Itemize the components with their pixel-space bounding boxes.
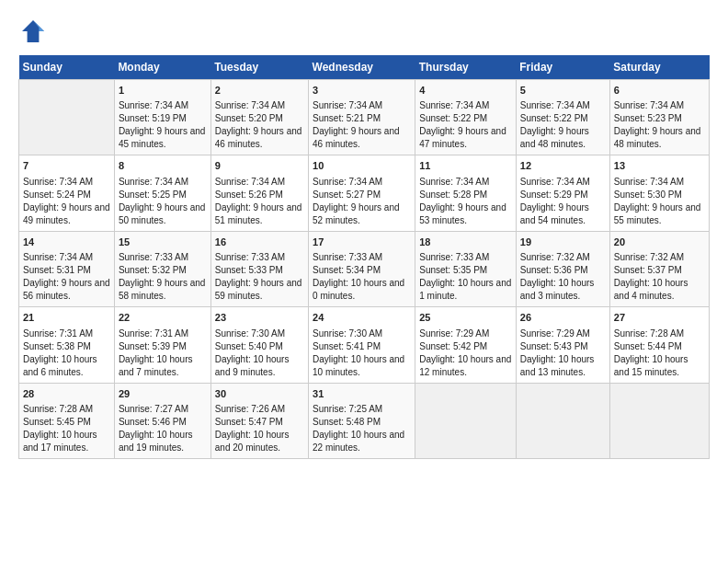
logo	[18, 17, 51, 46]
sunrise-text: Sunrise: 7:29 AM	[419, 327, 512, 340]
calendar-cell: 11Sunrise: 7:34 AMSunset: 5:28 PMDayligh…	[415, 155, 517, 231]
day-number: 29	[119, 387, 207, 401]
sunrise-text: Sunrise: 7:34 AM	[313, 99, 411, 112]
calendar-cell: 7Sunrise: 7:34 AMSunset: 5:24 PMDaylight…	[19, 155, 115, 231]
sunrise-text: Sunrise: 7:33 AM	[215, 251, 304, 264]
page-container: SundayMondayTuesdayWednesdayThursdayFrid…	[0, 0, 728, 468]
daylight-text: Daylight: 10 hours and 3 minutes.	[520, 277, 606, 303]
sunrise-text: Sunrise: 7:34 AM	[520, 176, 606, 189]
calendar-cell: 1Sunrise: 7:34 AMSunset: 5:19 PMDaylight…	[114, 80, 210, 155]
sunrise-text: Sunrise: 7:34 AM	[23, 251, 110, 264]
sunrise-text: Sunrise: 7:32 AM	[520, 251, 606, 264]
day-number: 14	[23, 236, 110, 249]
day-number: 11	[419, 159, 512, 173]
daylight-text: Daylight: 9 hours and 56 minutes.	[23, 277, 110, 303]
calendar-cell: 12Sunrise: 7:34 AMSunset: 5:29 PMDayligh…	[516, 155, 609, 231]
day-number: 2	[215, 84, 304, 98]
sunset-text: Sunset: 5:30 PM	[614, 189, 705, 201]
daylight-text: Daylight: 9 hours and 53 minutes.	[419, 201, 512, 227]
calendar-cell: 28Sunrise: 7:28 AMSunset: 5:45 PMDayligh…	[19, 383, 115, 458]
day-number: 15	[119, 236, 207, 249]
day-number: 9	[215, 159, 304, 173]
sunrise-text: Sunrise: 7:34 AM	[614, 99, 705, 112]
sunset-text: Sunset: 5:39 PM	[119, 340, 207, 353]
day-number: 30	[215, 387, 304, 401]
calendar-cell: 8Sunrise: 7:34 AMSunset: 5:25 PMDaylight…	[114, 155, 210, 231]
sunset-text: Sunset: 5:28 PM	[419, 189, 512, 201]
calendar-cell	[609, 383, 709, 458]
sunrise-text: Sunrise: 7:34 AM	[215, 176, 304, 189]
daylight-text: Daylight: 10 hours and 12 minutes.	[419, 353, 512, 379]
calendar-cell: 17Sunrise: 7:33 AMSunset: 5:34 PMDayligh…	[309, 231, 415, 306]
sunrise-text: Sunrise: 7:27 AM	[119, 403, 207, 416]
calendar-cell: 2Sunrise: 7:34 AMSunset: 5:20 PMDaylight…	[210, 80, 308, 155]
sunrise-text: Sunrise: 7:31 AM	[23, 327, 110, 340]
sunrise-text: Sunrise: 7:34 AM	[520, 99, 606, 112]
daylight-text: Daylight: 10 hours and 7 minutes.	[119, 353, 207, 379]
calendar-cell: 18Sunrise: 7:33 AMSunset: 5:35 PMDayligh…	[415, 231, 517, 306]
day-number: 27	[614, 311, 705, 325]
day-number: 22	[119, 311, 207, 325]
sunset-text: Sunset: 5:46 PM	[119, 416, 207, 429]
sunset-text: Sunset: 5:35 PM	[419, 264, 512, 277]
sunset-text: Sunset: 5:40 PM	[215, 340, 304, 353]
sunset-text: Sunset: 5:22 PM	[419, 112, 512, 125]
calendar-cell: 16Sunrise: 7:33 AMSunset: 5:33 PMDayligh…	[210, 231, 308, 306]
daylight-text: Daylight: 10 hours and 4 minutes.	[614, 277, 705, 303]
day-number: 8	[119, 159, 207, 173]
weekday-header: Friday	[516, 55, 609, 80]
calendar-cell: 30Sunrise: 7:26 AMSunset: 5:47 PMDayligh…	[210, 383, 308, 458]
daylight-text: Daylight: 10 hours and 10 minutes.	[313, 353, 411, 379]
sunset-text: Sunset: 5:26 PM	[215, 189, 304, 201]
sunrise-text: Sunrise: 7:30 AM	[215, 327, 304, 340]
sunrise-text: Sunrise: 7:34 AM	[119, 99, 207, 112]
day-number: 31	[313, 387, 411, 401]
sunset-text: Sunset: 5:34 PM	[313, 264, 411, 277]
day-number: 4	[419, 84, 512, 98]
calendar-cell: 25Sunrise: 7:29 AMSunset: 5:42 PMDayligh…	[415, 307, 517, 383]
daylight-text: Daylight: 9 hours and 47 minutes.	[419, 125, 512, 151]
weekday-header: Sunday	[19, 55, 115, 80]
sunrise-text: Sunrise: 7:28 AM	[614, 327, 705, 340]
daylight-text: Daylight: 10 hours and 0 minutes.	[313, 277, 411, 303]
daylight-text: Daylight: 10 hours and 17 minutes.	[23, 429, 110, 454]
sunset-text: Sunset: 5:31 PM	[23, 264, 110, 277]
sunset-text: Sunset: 5:22 PM	[520, 112, 606, 125]
sunset-text: Sunset: 5:20 PM	[215, 112, 304, 125]
sunrise-text: Sunrise: 7:29 AM	[520, 327, 606, 340]
day-number: 17	[313, 236, 411, 249]
daylight-text: Daylight: 9 hours and 49 minutes.	[23, 201, 110, 227]
calendar-cell: 6Sunrise: 7:34 AMSunset: 5:23 PMDaylight…	[609, 80, 709, 155]
sunset-text: Sunset: 5:45 PM	[23, 416, 110, 429]
sunset-text: Sunset: 5:43 PM	[520, 340, 606, 353]
sunset-text: Sunset: 5:48 PM	[313, 416, 411, 429]
daylight-text: Daylight: 10 hours and 1 minute.	[419, 277, 512, 303]
sunrise-text: Sunrise: 7:32 AM	[614, 251, 705, 264]
logo-icon	[18, 17, 48, 46]
day-number: 6	[614, 84, 705, 98]
day-number: 1	[119, 84, 207, 98]
weekday-header-row: SundayMondayTuesdayWednesdayThursdayFrid…	[19, 55, 710, 80]
sunset-text: Sunset: 5:23 PM	[614, 112, 705, 125]
daylight-text: Daylight: 9 hours and 46 minutes.	[313, 125, 411, 151]
daylight-text: Daylight: 9 hours and 52 minutes.	[313, 201, 411, 227]
calendar-cell: 21Sunrise: 7:31 AMSunset: 5:38 PMDayligh…	[19, 307, 115, 383]
calendar-cell: 15Sunrise: 7:33 AMSunset: 5:32 PMDayligh…	[114, 231, 210, 306]
sunrise-text: Sunrise: 7:33 AM	[119, 251, 207, 264]
sunset-text: Sunset: 5:42 PM	[419, 340, 512, 353]
calendar-table: SundayMondayTuesdayWednesdayThursdayFrid…	[18, 55, 710, 459]
calendar-week-row: 1Sunrise: 7:34 AMSunset: 5:19 PMDaylight…	[19, 80, 710, 155]
daylight-text: Daylight: 9 hours and 45 minutes.	[119, 125, 207, 151]
daylight-text: Daylight: 10 hours and 13 minutes.	[520, 353, 606, 379]
day-number: 10	[313, 159, 411, 173]
day-number: 20	[614, 236, 705, 249]
sunrise-text: Sunrise: 7:33 AM	[419, 251, 512, 264]
sunset-text: Sunset: 5:21 PM	[313, 112, 411, 125]
sunrise-text: Sunrise: 7:34 AM	[419, 99, 512, 112]
sunrise-text: Sunrise: 7:34 AM	[23, 176, 110, 189]
sunrise-text: Sunrise: 7:34 AM	[313, 176, 411, 189]
sunrise-text: Sunrise: 7:34 AM	[215, 99, 304, 112]
sunrise-text: Sunrise: 7:34 AM	[419, 176, 512, 189]
calendar-cell: 10Sunrise: 7:34 AMSunset: 5:27 PMDayligh…	[309, 155, 415, 231]
calendar-cell: 9Sunrise: 7:34 AMSunset: 5:26 PMDaylight…	[210, 155, 308, 231]
